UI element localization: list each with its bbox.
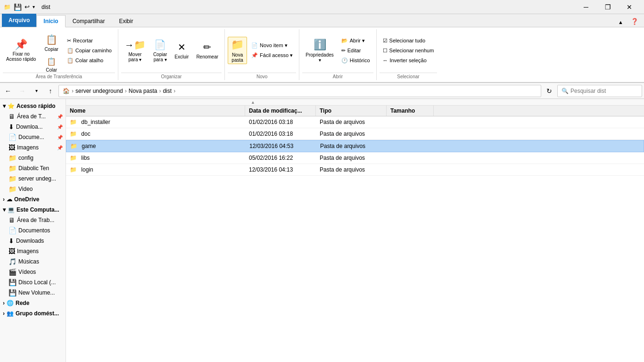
quick-save[interactable]: 💾 <box>14 3 22 11</box>
sidebar-item-area-trabalho[interactable]: 🖥 Área de T... 📌 <box>0 111 66 122</box>
copiar-para-button[interactable]: 📄 Copiarpara ▾ <box>150 37 170 64</box>
crumb-nova-pasta[interactable]: Nova pasta <box>129 88 157 94</box>
address-input[interactable]: 🏠 › server undeground › Nova pasta › dis… <box>58 85 541 97</box>
help-icon[interactable]: ❓ <box>627 16 642 27</box>
sidebar-section-acesso-rapido[interactable]: ▾ ⭐ Acesso rápido <box>0 101 66 111</box>
sidebar-item-label: New Volume... <box>18 289 55 296</box>
propriedades-button[interactable]: ℹ️ Propriedades▾ <box>302 37 337 64</box>
sidebar-section-grupo[interactable]: › 👥 Grupo domést... <box>0 308 66 319</box>
sidebar-section-rede[interactable]: › 🌐 Rede <box>0 298 66 308</box>
table-row[interactable]: 📁 doc 01/02/2016 03:18 Pasta de arquivos <box>66 128 644 140</box>
col-name-label: Nome <box>70 107 85 114</box>
excluir-button[interactable]: ✕ Excluir <box>171 37 192 64</box>
tab-inicio[interactable]: Início <box>36 15 65 27</box>
sidebar-item-server-undeg[interactable]: 📁 server undeg... <box>0 173 66 184</box>
facil-acesso-icon: 📌 <box>251 52 258 58</box>
copiar-button[interactable]: 📋 Copiar <box>40 29 62 57</box>
sidebar-item-video[interactable]: 📁 Video <box>0 184 66 194</box>
forward-button[interactable]: → <box>16 85 28 97</box>
group-organizar-label: Organizar <box>121 73 222 80</box>
sidebar-item-videos-pc[interactable]: 🎬 Vídeos <box>0 267 66 277</box>
sidebar-item-config[interactable]: 📁 config <box>0 153 66 163</box>
novo-sm-group: 📄 Novo item ▾ 📌 Fácil acesso ▾ <box>248 41 296 60</box>
maximize-button[interactable]: ❐ <box>597 0 619 14</box>
selecionar-nenhum-button[interactable]: ☐ Selecionar nenhum <box>380 46 438 55</box>
recent-locations-button[interactable]: ▾ <box>30 85 42 97</box>
search-input[interactable] <box>570 88 641 94</box>
folder-icon: 📁 <box>8 185 17 193</box>
col-header-type[interactable]: Tipo <box>316 106 387 116</box>
inverter-selecao-button[interactable]: ↔ Inverter seleção <box>380 56 438 65</box>
file-name-game: 📁 game <box>66 141 246 151</box>
copiar-label: Copiar <box>44 47 58 52</box>
sidebar-item-downloads-quick[interactable]: ⬇ Downloa... 📌 <box>0 122 66 132</box>
copiar-caminho-label: Copiar caminho <box>75 48 112 53</box>
copiar-caminho-button[interactable]: 📋 Copiar caminho <box>64 46 115 55</box>
sidebar-item-area-trab-pc[interactable]: 🖥 Área de Trab... <box>0 215 66 225</box>
file-type-doc: Pasta de arquivos <box>316 129 387 139</box>
sidebar-item-diabolic-ten[interactable]: 📁 Diabolic Ten <box>0 163 66 173</box>
table-row[interactable]: 📁 game 12/03/2016 04:53 Pasta de arquivo… <box>66 140 644 152</box>
sidebar-item-documentos-pc[interactable]: 📄 Documentos <box>0 225 66 236</box>
quick-access-dropdown[interactable]: ▾ <box>33 4 35 9</box>
excluir-label: Excluir <box>174 54 189 59</box>
tab-exibir[interactable]: Exibir <box>112 15 140 27</box>
sidebar-item-label: Disco Local (... <box>18 279 56 286</box>
minimize-button[interactable]: ─ <box>575 0 597 14</box>
mover-para-button[interactable]: →📁 Moverpara ▾ <box>121 37 149 64</box>
colar-atalho-button[interactable]: 📋 Colar atalho <box>64 56 115 65</box>
sidebar-item-downloads-pc[interactable]: ⬇ Downloads <box>0 236 66 246</box>
colar-button[interactable]: 📋 Colar <box>40 58 62 72</box>
up-button[interactable]: ↑ <box>44 85 57 97</box>
sidebar-item-musicas-pc[interactable]: 🎵 Músicas <box>0 256 66 267</box>
nova-pasta-button[interactable]: 📁 Novapasta <box>228 37 247 64</box>
sidebar-item-new-volume[interactable]: 💾 New Volume... <box>0 288 66 298</box>
crumb-dist[interactable]: dist <box>163 88 172 94</box>
sidebar-item-label: Imagens <box>17 144 39 151</box>
tab-arquivo[interactable]: Arquivo <box>2 14 36 27</box>
pin-indicator: 📌 <box>57 124 63 130</box>
close-button[interactable]: ✕ <box>619 0 640 14</box>
desktop-icon: 🖥 <box>8 113 15 120</box>
historico-button[interactable]: 🕐 Histórico <box>338 56 373 65</box>
search-box[interactable]: 🔍 <box>557 85 642 97</box>
col-header-name[interactable]: Nome <box>66 106 245 116</box>
historico-label: Histórico <box>350 58 370 63</box>
sidebar-item-label: Downloads <box>16 238 44 244</box>
table-row[interactable]: 📁 db_installer 01/02/2016 03:18 Pasta de… <box>66 116 644 128</box>
facil-acesso-button[interactable]: 📌 Fácil acesso ▾ <box>248 51 296 60</box>
download-icon: ⬇ <box>8 237 14 245</box>
sidebar-section-label: Este Computa... <box>17 206 59 213</box>
copiar-para-label: Copiarpara ▾ <box>153 52 167 62</box>
sidebar-item-imagens-pc[interactable]: 🖼 Imagens <box>0 246 66 256</box>
novo-item-button[interactable]: 📄 Novo item ▾ <box>248 41 296 50</box>
col-header-date[interactable]: Data de modificaç... <box>245 106 316 116</box>
col-header-size[interactable]: Tamanho <box>387 106 434 116</box>
sidebar-section-onedrive[interactable]: › ☁ OneDrive <box>0 194 66 205</box>
crumb-home[interactable]: 🏠 <box>63 88 70 94</box>
sidebar-item-imagens-quick[interactable]: 🖼 Imagens 📌 <box>0 142 66 153</box>
refresh-button[interactable]: ↻ <box>543 85 555 97</box>
tab-compartilhar[interactable]: Compartilhar <box>66 15 112 27</box>
ribbon-collapse[interactable]: ▲ <box>614 17 627 27</box>
abrir-button[interactable]: 📂 Abrir ▾ <box>338 36 373 45</box>
table-row[interactable]: 📁 login 12/03/2016 04:13 Pasta de arquiv… <box>66 164 644 176</box>
file-size-libs <box>387 156 434 159</box>
renomear-button[interactable]: ✏ Renomear <box>193 37 222 64</box>
editar-button[interactable]: ✏ Editar <box>338 46 373 55</box>
crumb-server[interactable]: server undeground <box>75 88 123 94</box>
fixar-acesso-button[interactable]: 📌 Fixar noAcesso rápido <box>3 37 39 64</box>
sidebar-item-disco-local[interactable]: 💾 Disco Local (... <box>0 277 66 288</box>
folder-icon: 📁 <box>70 143 77 149</box>
folder-icon: 📁 <box>8 175 17 182</box>
sidebar-section-computador[interactable]: ▾ 💻 Este Computa... <box>0 205 66 215</box>
file-size-login <box>387 168 434 171</box>
selecionar-tudo-icon: ☑ <box>383 38 388 44</box>
back-button[interactable]: ← <box>2 85 14 97</box>
selecionar-tudo-button[interactable]: ☑ Selecionar tudo <box>380 36 438 45</box>
quick-undo[interactable]: ↩ <box>25 3 30 10</box>
sidebar-item-label: config <box>18 155 33 161</box>
table-row[interactable]: 📁 libs 05/02/2016 16:22 Pasta de arquivo… <box>66 152 644 164</box>
recortar-button[interactable]: ✂ Recortar <box>64 36 115 45</box>
sidebar-item-documentos-quick[interactable]: 📄 Docume... 📌 <box>0 132 66 142</box>
